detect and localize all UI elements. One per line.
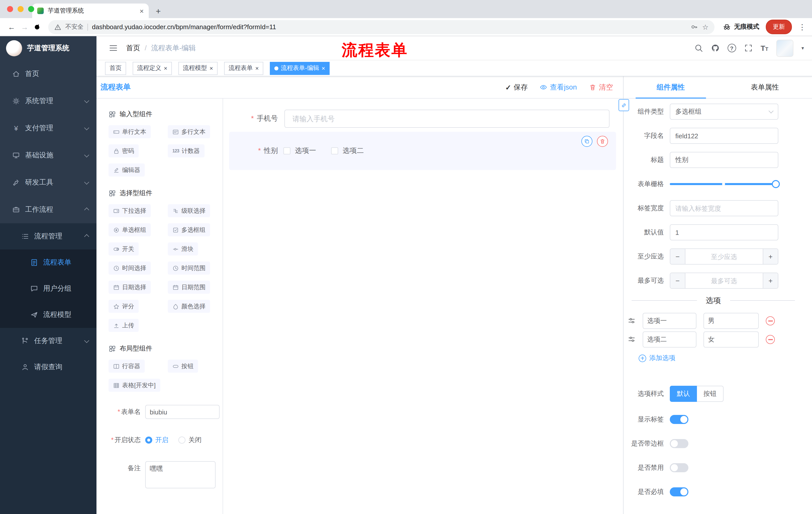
bookmark-star-icon[interactable]: ☆ bbox=[702, 23, 708, 31]
grid-slider[interactable] bbox=[670, 176, 778, 192]
remove-option-icon[interactable] bbox=[766, 316, 775, 325]
sidebar-item-process-management[interactable]: 流程管理 bbox=[0, 223, 96, 249]
option-1-value-input[interactable] bbox=[703, 313, 759, 329]
sidebar-item-home[interactable]: 首页 bbox=[0, 60, 96, 87]
font-size-icon[interactable]: TT bbox=[760, 44, 768, 52]
tab-component-props[interactable]: 组件属性 bbox=[624, 77, 718, 98]
chip-select[interactable]: 下拉选择 bbox=[109, 204, 151, 217]
breadcrumb-home[interactable]: 首页 bbox=[126, 44, 140, 53]
browser-tab[interactable]: 芋道管理系统 × bbox=[32, 3, 149, 18]
delete-widget-button[interactable] bbox=[597, 136, 608, 147]
slider-track[interactable] bbox=[670, 183, 778, 185]
close-icon[interactable]: × bbox=[164, 65, 167, 71]
option-2-value-input[interactable] bbox=[703, 331, 759, 348]
forward-button[interactable]: → bbox=[18, 23, 31, 31]
increase-button[interactable]: + bbox=[763, 249, 778, 264]
reload-button[interactable] bbox=[33, 23, 41, 31]
save-button[interactable]: ✓ 保存 bbox=[505, 83, 528, 92]
url-text[interactable]: dashboard.yudao.iocoder.cn/bpm/manager/f… bbox=[92, 23, 687, 31]
sidebar-item-system[interactable]: 系统管理 bbox=[0, 87, 96, 115]
sidebar-item-user-group[interactable]: 用户分组 bbox=[0, 276, 96, 302]
chip-time-picker[interactable]: 时间选择 bbox=[109, 262, 151, 275]
sidebar-item-devtools[interactable]: 研发工具 bbox=[0, 169, 96, 196]
phone-input[interactable] bbox=[284, 110, 609, 128]
chip-switch[interactable]: 开关 bbox=[109, 242, 139, 255]
label-width-input[interactable] bbox=[670, 200, 778, 216]
tag-process-form-edit[interactable]: 流程表单-编辑 × bbox=[270, 62, 330, 75]
new-tab-button[interactable]: + bbox=[156, 7, 161, 16]
remove-option-icon[interactable] bbox=[766, 335, 775, 344]
user-avatar[interactable] bbox=[776, 39, 793, 57]
radio-status-on[interactable]: 开启 bbox=[145, 436, 168, 444]
browser-menu-icon[interactable]: ⋮ bbox=[799, 22, 806, 31]
add-option-button[interactable]: 添加选项 bbox=[639, 354, 802, 362]
panel-link-handle[interactable] bbox=[618, 99, 629, 111]
chip-single-line-text[interactable]: 单行文本 bbox=[109, 125, 151, 138]
increase-button[interactable]: + bbox=[763, 273, 778, 288]
tag-process-model[interactable]: 流程模型 × bbox=[178, 62, 218, 75]
address-bar[interactable]: 不安全 dashboard.yudao.iocoder.cn/bpm/manag… bbox=[48, 20, 715, 34]
view-json-button[interactable]: 查看json bbox=[540, 83, 577, 92]
chip-multi-line-text[interactable]: 多行文本 bbox=[168, 125, 210, 138]
zoom-window-button[interactable] bbox=[28, 6, 34, 12]
slider-handle[interactable] bbox=[772, 180, 780, 188]
chip-password[interactable]: 密码 bbox=[109, 144, 139, 157]
close-window-button[interactable] bbox=[7, 6, 13, 12]
chip-cascader[interactable]: 级联选择 bbox=[168, 204, 210, 217]
sidebar-item-process-model[interactable]: 流程模型 bbox=[0, 302, 96, 328]
field-name-input[interactable] bbox=[670, 128, 778, 144]
chip-slider[interactable]: 滑块 bbox=[168, 242, 198, 255]
sidebar-item-leave-query[interactable]: 请假查询 bbox=[0, 354, 96, 380]
style-default-button[interactable]: 默认 bbox=[670, 386, 697, 402]
chip-table[interactable]: 表格[开发中] bbox=[109, 379, 160, 392]
sidebar-item-process-form[interactable]: 流程表单 bbox=[0, 249, 96, 276]
form-remark-textarea[interactable]: 嘿嘿 bbox=[145, 461, 215, 488]
form-canvas[interactable]: * 手机号 * 性别 选项一 bbox=[223, 99, 623, 514]
phone-field-row[interactable]: * 手机号 bbox=[223, 110, 623, 128]
chip-radio-group[interactable]: 单选框组 bbox=[109, 223, 151, 236]
option-1-label-input[interactable] bbox=[643, 313, 696, 329]
close-icon[interactable]: × bbox=[209, 65, 213, 71]
tab-close-icon[interactable]: × bbox=[140, 7, 144, 14]
drag-handle-icon[interactable] bbox=[628, 317, 636, 325]
chip-counter[interactable]: 123计数器 bbox=[168, 144, 204, 157]
search-icon[interactable] bbox=[694, 44, 703, 52]
minimize-window-button[interactable] bbox=[18, 6, 24, 12]
drag-handle-icon[interactable] bbox=[628, 335, 636, 344]
bordered-toggle[interactable] bbox=[670, 439, 688, 448]
chip-row-container[interactable]: 行容器 bbox=[109, 360, 145, 373]
fullscreen-icon[interactable] bbox=[744, 44, 752, 52]
github-icon[interactable] bbox=[711, 44, 719, 52]
duplicate-widget-button[interactable] bbox=[581, 136, 592, 147]
clear-button[interactable]: 清空 bbox=[589, 83, 613, 92]
min-select-input[interactable] bbox=[685, 249, 763, 264]
close-icon[interactable]: × bbox=[322, 65, 325, 71]
checkbox-option-2[interactable]: 选项二 bbox=[331, 146, 364, 155]
disabled-toggle[interactable] bbox=[670, 463, 688, 472]
sidebar-item-workflow[interactable]: 工作流程 bbox=[0, 196, 96, 223]
chip-editor[interactable]: 编辑器 bbox=[109, 163, 145, 177]
radio-status-off[interactable]: 关闭 bbox=[178, 436, 202, 444]
chip-checkbox-group[interactable]: 多选框组 bbox=[168, 223, 210, 236]
close-icon[interactable]: × bbox=[255, 65, 259, 71]
chip-time-range[interactable]: 时间范围 bbox=[168, 262, 210, 275]
show-label-toggle[interactable] bbox=[670, 415, 688, 424]
default-value-input[interactable] bbox=[670, 224, 778, 240]
option-2-label-input[interactable] bbox=[643, 331, 696, 348]
tag-process-definition[interactable]: 流程定义 × bbox=[133, 62, 172, 75]
sidebar-item-task-management[interactable]: 任务管理 bbox=[0, 328, 96, 354]
style-button-button[interactable]: 按钮 bbox=[697, 386, 724, 402]
max-select-input[interactable] bbox=[685, 273, 763, 288]
avatar-caret-icon[interactable]: ▾ bbox=[802, 45, 804, 51]
required-toggle[interactable] bbox=[670, 487, 688, 496]
back-button[interactable]: ← bbox=[5, 23, 18, 31]
sidebar-item-infrastructure[interactable]: 基础设施 bbox=[0, 142, 96, 169]
chip-date-range[interactable]: 日期范围 bbox=[168, 281, 210, 294]
tag-process-form[interactable]: 流程表单 × bbox=[224, 62, 263, 75]
chip-button[interactable]: 按钮 bbox=[168, 360, 198, 373]
component-type-select[interactable]: 多选框组 bbox=[670, 104, 778, 120]
checkbox-option-1[interactable]: 选项一 bbox=[283, 146, 316, 155]
checkbox-icon[interactable] bbox=[283, 147, 290, 154]
tag-home[interactable]: 首页 bbox=[105, 62, 126, 75]
chip-rate[interactable]: 评分 bbox=[109, 300, 139, 313]
